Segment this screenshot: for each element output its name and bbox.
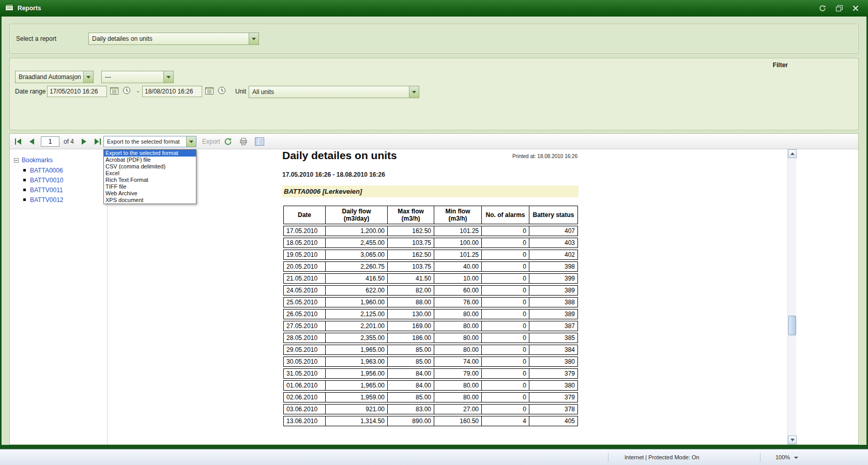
table-cell: 622.00 <box>326 285 388 296</box>
table-cell: 17.05.2010 <box>283 226 326 236</box>
collapse-icon[interactable] <box>14 158 19 163</box>
bookmarks-title: Bookmarks <box>22 157 53 164</box>
app-icon <box>5 3 13 13</box>
company-value: Braadland Automasjon <box>16 71 83 83</box>
scroll-down-icon[interactable] <box>788 436 797 444</box>
table-cell: 403 <box>529 238 578 248</box>
caret-down-icon[interactable] <box>794 457 798 459</box>
table-cell: 380 <box>529 380 578 391</box>
print-icon[interactable] <box>238 136 249 147</box>
printed-at-label: Printed at: 18.08.2010 16:26 <box>512 153 577 159</box>
prev-page-icon[interactable] <box>26 136 37 147</box>
table-cell: 80.00 <box>434 309 482 319</box>
zoom-level-label[interactable]: 100% <box>775 454 790 460</box>
report-table-body: 17.05.20101,200.00162.50101.25040718.05.… <box>283 226 578 426</box>
clock-icon[interactable] <box>123 86 131 97</box>
table-cell: 384 <box>529 345 578 355</box>
unit-dropdown[interactable]: All units <box>249 86 419 98</box>
table-cell: 85.00 <box>388 345 434 355</box>
export-option[interactable]: XPS document <box>104 197 196 204</box>
bookmark-item[interactable]: BATTV0010 <box>23 177 63 183</box>
table-cell: 0 <box>482 226 529 236</box>
column-header: Min flow (m3/h) <box>434 206 482 224</box>
export-format-dropdown[interactable]: Export to the selected format <box>103 136 196 147</box>
table-row: 21.05.2010416.5041.5010.000399 <box>283 273 578 284</box>
table-cell: 13.06.2010 <box>283 416 326 426</box>
table-row: 03.06.2010921.0083.0027.000378 <box>283 404 578 414</box>
table-cell: 25.05.2010 <box>283 297 326 307</box>
chevron-down-icon[interactable] <box>409 86 419 98</box>
secondary-dropdown[interactable]: --- <box>101 71 174 83</box>
window-restore-icon[interactable] <box>835 4 843 12</box>
table-cell: 31.05.2010 <box>283 368 326 379</box>
table-cell: 84.00 <box>388 368 434 379</box>
bookmark-link[interactable]: BATTV0012 <box>30 196 63 204</box>
calendar-icon[interactable] <box>110 87 118 97</box>
report-title: Daily detailes on units <box>282 149 397 162</box>
export-option[interactable]: Acrobat (PDF) file <box>104 157 196 163</box>
vertical-scrollbar[interactable] <box>787 149 796 444</box>
document-map-icon[interactable] <box>254 136 265 147</box>
next-page-icon[interactable] <box>79 136 89 147</box>
export-button[interactable]: Export <box>202 138 220 145</box>
export-option[interactable]: Export to the selected format <box>104 150 196 157</box>
unit-label: Unit <box>235 88 246 95</box>
date-to-input[interactable] <box>142 86 202 97</box>
company-dropdown[interactable]: Braadland Automasjon <box>15 71 94 83</box>
table-cell: 2,201.00 <box>326 321 388 331</box>
column-header: Battery status <box>529 206 578 224</box>
chevron-down-icon[interactable] <box>249 33 258 44</box>
table-cell: 80.00 <box>434 321 482 331</box>
table-cell: 405 <box>529 416 578 426</box>
column-header: Daily flow (m3/day) <box>326 206 388 224</box>
bookmark-item[interactable]: BATTA0006 <box>23 167 63 174</box>
table-cell: 40.00 <box>434 261 482 272</box>
table-cell: 2,355.00 <box>326 333 388 343</box>
report-select-dropdown[interactable]: Daily detailes on units <box>88 33 259 45</box>
chevron-down-icon[interactable] <box>83 71 93 83</box>
clock-icon[interactable] <box>218 86 226 97</box>
window-refresh-icon[interactable] <box>818 4 827 12</box>
date-from-input[interactable] <box>47 86 107 97</box>
chevron-down-icon[interactable] <box>186 136 196 147</box>
bookmark-link[interactable]: BATTV0010 <box>30 177 63 184</box>
date-range-label: Date range <box>15 88 45 95</box>
last-page-icon[interactable] <box>93 136 103 147</box>
scrollbar-thumb[interactable] <box>788 316 796 335</box>
table-cell: 0 <box>482 357 529 367</box>
table-cell: 19.05.2010 <box>283 250 326 260</box>
window-title: Reports <box>18 5 41 12</box>
export-option[interactable]: Rich Text Format <box>104 177 196 183</box>
export-option[interactable]: TIFF file <box>104 183 196 190</box>
table-cell: 29.05.2010 <box>283 345 326 355</box>
report-table: DateDaily flow (m3/day)Max flow (m3/h)Mi… <box>283 204 578 428</box>
table-cell: 74.00 <box>434 357 482 367</box>
bookmark-link[interactable]: BATTV0011 <box>30 187 63 194</box>
table-cell: 162.50 <box>388 226 434 236</box>
bookmarks-list: BATTA0006BATTV0010BATTV0011BATTV0012 <box>23 167 63 203</box>
bookmark-item[interactable]: BATTV0011 <box>23 187 63 193</box>
table-cell: 1,200.00 <box>326 226 388 236</box>
export-option[interactable]: CSV (comma delimited) <box>104 163 196 170</box>
export-option[interactable]: Excel <box>104 170 196 177</box>
table-row: 30.05.20101,963.0085.0074.000380 <box>283 357 578 367</box>
bookmark-item[interactable]: BATTV0012 <box>23 196 63 203</box>
table-cell: 1,963.00 <box>326 357 388 367</box>
page-number-input[interactable] <box>41 136 59 147</box>
table-cell: 3,065.00 <box>326 250 388 260</box>
export-option[interactable]: Web Archive <box>104 190 196 197</box>
table-row: 29.05.20101,965.0085.0080.000384 <box>283 345 578 355</box>
first-page-icon[interactable] <box>13 136 23 147</box>
window-close-icon[interactable] <box>851 4 860 12</box>
table-cell: 0 <box>482 261 529 272</box>
scroll-up-icon[interactable] <box>788 149 797 158</box>
calendar-icon[interactable] <box>205 87 214 97</box>
table-row: 01.06.20101,965.0084.0080.000380 <box>283 380 578 391</box>
bookmark-link[interactable]: BATTA0006 <box>30 167 63 174</box>
table-cell: 0 <box>482 392 529 402</box>
table-cell: 100.00 <box>434 238 482 248</box>
table-cell: 80.00 <box>434 392 482 402</box>
chevron-down-icon[interactable] <box>163 71 173 83</box>
refresh-icon[interactable] <box>223 136 233 147</box>
table-cell: 379 <box>529 368 578 379</box>
